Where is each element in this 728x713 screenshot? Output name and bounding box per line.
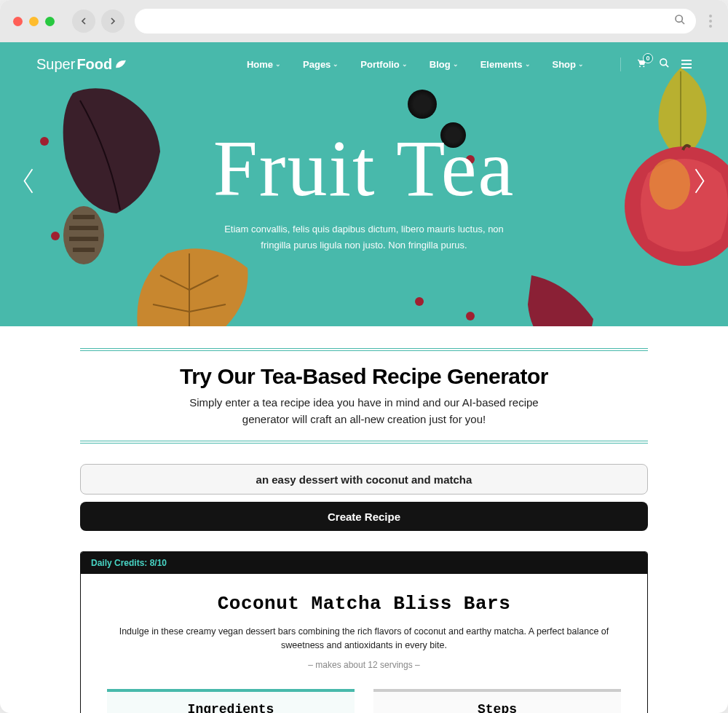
recipe-title: Coconut Matcha Bliss Bars [107,593,621,615]
search-icon [674,14,686,28]
minimize-window-button[interactable] [29,17,39,26]
generator-subtitle: Simply enter a tea recipe idea you have … [189,395,539,428]
leaf-decoration [524,268,597,326]
nav-label: Home [247,59,273,70]
recipe-description: Indulge in these creamy vegan dessert ba… [116,625,612,653]
steps-column: Steps In a bowl, mix shredded coconut, a… [373,689,621,714]
main-nav: Home⌄ Pages⌄ Portfolio⌄ Blog⌄ Elements⌄ … [247,58,692,71]
nav-shop[interactable]: Shop⌄ [553,59,585,70]
recipe-card: Daily Credits: 8/10 Coconut Matcha Bliss… [80,551,648,713]
recipe-servings: – makes about 12 servings – [107,660,621,670]
logo-text-bold: Food [76,56,112,73]
site-logo[interactable]: SuperFood [36,56,127,73]
svg-line-1 [681,21,684,24]
chevron-down-icon: ⌄ [578,60,584,68]
nav-label: Shop [553,59,577,70]
berry-decoration [40,137,49,146]
chevron-down-icon: ⌄ [275,60,281,68]
create-recipe-button[interactable]: Create Recipe [80,502,648,531]
svg-point-2 [660,59,667,66]
page-viewport: SuperFood Home⌄ Pages⌄ Portfolio⌄ Blog⌄ … [0,42,728,713]
nav-elements[interactable]: Elements⌄ [480,59,531,70]
nav-pages[interactable]: Pages⌄ [303,59,339,70]
forward-button[interactable] [101,9,124,33]
search-icon[interactable] [659,58,670,71]
nav-blog[interactable]: Blog⌄ [430,59,459,70]
logo-text-light: Super [36,56,75,73]
chevron-down-icon: ⌄ [525,60,531,68]
nav-label: Blog [430,59,451,70]
nav-label: Elements [480,59,523,70]
browser-window: SuperFood Home⌄ Pages⌄ Portfolio⌄ Blog⌄ … [0,0,728,713]
credits-bar: Daily Credits: 8/10 [81,552,647,574]
chevron-down-icon: ⌄ [402,60,408,68]
close-window-button[interactable] [13,17,23,26]
back-button[interactable] [72,9,95,33]
chevron-down-icon: ⌄ [453,60,459,68]
svg-line-3 [665,64,668,67]
hero-subtitle: Etiam convallis, felis quis dapibus dict… [211,221,517,253]
nav-portfolio[interactable]: Portfolio⌄ [360,59,407,70]
site-header: SuperFood Home⌄ Pages⌄ Portfolio⌄ Blog⌄ … [0,42,728,86]
slider-prev-button[interactable] [13,159,44,210]
hero-title: Fruit Tea [73,128,655,208]
nav-label: Portfolio [360,59,399,70]
window-controls [13,17,55,26]
ingredients-heading: Ingredients [122,702,340,714]
leaf-icon [115,56,127,73]
hero-section: SuperFood Home⌄ Pages⌄ Portfolio⌄ Blog⌄ … [0,42,728,326]
slider-next-button[interactable] [684,159,715,210]
chevron-down-icon: ⌄ [333,60,339,68]
nav-home[interactable]: Home⌄ [247,59,281,70]
svg-point-0 [676,15,682,22]
browser-toolbar [0,0,728,42]
menu-icon[interactable] [681,60,692,68]
cart-badge: 0 [643,53,653,63]
main-content: Try Our Tea-Based Recipe Generator Simpl… [0,326,728,713]
section-divider: Try Our Tea-Based Recipe Generator Simpl… [80,348,648,444]
berry-decoration [408,90,437,119]
address-bar[interactable] [135,9,696,34]
berry-decoration [51,232,60,240]
maximize-window-button[interactable] [45,17,55,26]
berry-decoration [466,312,475,320]
nav-label: Pages [303,59,331,70]
browser-menu-button[interactable] [706,15,715,28]
berry-decoration [415,297,424,306]
recipe-idea-input[interactable] [80,464,648,495]
steps-heading: Steps [388,702,606,714]
generator-title: Try Our Tea-Based Recipe Generator [80,364,648,389]
ingredients-column: Ingredients 1 cup shredded coconut 1/2 c… [107,689,355,714]
cart-button[interactable]: 0 [636,58,647,71]
